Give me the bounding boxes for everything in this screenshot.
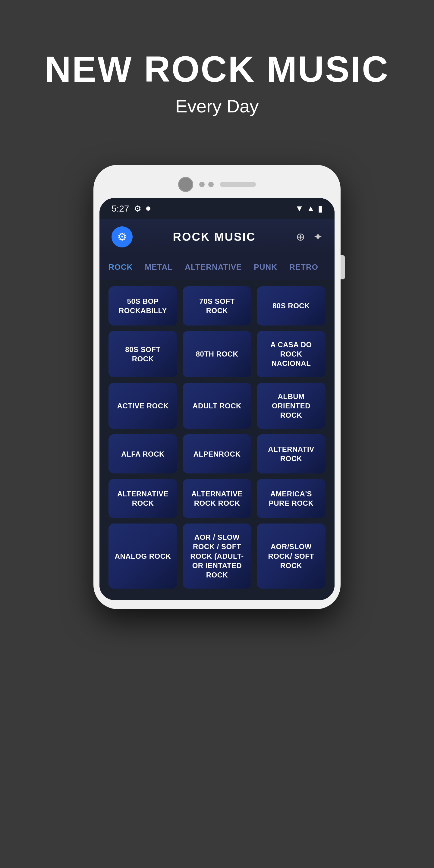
- add-icon[interactable]: ⊕: [296, 230, 305, 243]
- status-time: 5:27: [112, 204, 129, 214]
- tile-aor-slow-rock-soft[interactable]: AOR/SLOW ROCK/ SOFT ROCK: [257, 524, 326, 589]
- status-dot: [146, 207, 150, 211]
- genre-grid: 50S BOP ROCKABILLY 70S SOFT ROCK 80S ROC…: [99, 280, 335, 600]
- tab-metal[interactable]: METAL: [145, 260, 173, 274]
- status-left: 5:27 ⚙: [112, 204, 150, 214]
- wifi-icon: ▼: [296, 204, 304, 213]
- phone-side-button: [341, 255, 345, 279]
- gear-icon: ⚙: [134, 204, 141, 214]
- tile-adult-rock[interactable]: ADULT ROCK: [183, 383, 251, 429]
- tile-80s-soft-rock[interactable]: 80S SOFT ROCK: [108, 331, 177, 377]
- tab-alternative[interactable]: ALTERNATIVE: [185, 260, 242, 274]
- phone-dot-1: [199, 182, 205, 187]
- grid-row-5: ALTERNATIVE ROCK ALTERNATIVE ROCK ROCK A…: [108, 479, 326, 518]
- tile-alfa-rock[interactable]: ALFA ROCK: [108, 434, 177, 473]
- tile-80th-rock[interactable]: 80TH ROCK: [183, 331, 251, 377]
- grid-row-4: ALFA ROCK ALPENROCK ALTERNATIV ROCK: [108, 434, 326, 473]
- phone-dot-2: [208, 182, 214, 187]
- tile-50s-bop-rockabilly[interactable]: 50S BOP ROCKABILLY: [108, 286, 177, 326]
- tab-rock[interactable]: ROCK: [108, 260, 133, 274]
- phone-screen: 5:27 ⚙ ▼ ▲ ▮ ⚙ ROCK MUSIC ⊕ ✦: [99, 198, 335, 600]
- grid-row-2: 80S SOFT ROCK 80TH ROCK A CASA DO ROCK N…: [108, 331, 326, 377]
- phone-dots: [199, 182, 214, 187]
- tile-80s-rock[interactable]: 80S ROCK: [257, 286, 326, 326]
- signal-icon: ▲: [307, 204, 315, 213]
- tile-aor-slow-rock[interactable]: AOR / SLOW ROCK / SOFT ROCK (ADULT-OR IE…: [183, 524, 251, 589]
- tile-alternative-rock[interactable]: ALTERNATIVE ROCK: [108, 479, 177, 518]
- tab-retro[interactable]: RETRO: [289, 260, 318, 274]
- app-logo[interactable]: ⚙: [112, 226, 133, 247]
- hero-section: NEW ROCK MUSIC Every Day: [0, 0, 434, 147]
- category-tabs: ROCK METAL ALTERNATIVE PUNK RETRO: [99, 255, 335, 280]
- phone-speaker: [220, 182, 256, 187]
- phone-outer: 5:27 ⚙ ▼ ▲ ▮ ⚙ ROCK MUSIC ⊕ ✦: [93, 165, 341, 609]
- phone-device: 5:27 ⚙ ▼ ▲ ▮ ⚙ ROCK MUSIC ⊕ ✦: [93, 165, 341, 609]
- status-bar: 5:27 ⚙ ▼ ▲ ▮: [99, 198, 335, 219]
- phone-top-bar: [99, 174, 335, 198]
- tile-alternativ-rock[interactable]: ALTERNATIV ROCK: [257, 434, 326, 473]
- tile-70s-soft-rock[interactable]: 70S SOFT ROCK: [183, 286, 251, 326]
- tile-alpenrock[interactable]: ALPENROCK: [183, 434, 251, 473]
- phone-camera: [178, 177, 193, 192]
- tile-alternative-rock-rock[interactable]: ALTERNATIVE ROCK ROCK: [183, 479, 251, 518]
- battery-icon: ▮: [318, 204, 322, 214]
- hero-subtitle: Every Day: [176, 96, 259, 117]
- tile-active-rock[interactable]: ACTIVE ROCK: [108, 383, 177, 429]
- tab-punk[interactable]: PUNK: [254, 260, 277, 274]
- grid-row-3: ACTIVE ROCK ADULT ROCK ALBUM ORIENTED RO…: [108, 383, 326, 429]
- tile-americas-pure-rock[interactable]: AMERICA'S PURE ROCK: [257, 479, 326, 518]
- status-right: ▼ ▲ ▮: [296, 204, 322, 214]
- hero-title: NEW ROCK MUSIC: [45, 48, 390, 90]
- brightness-icon[interactable]: ✦: [313, 230, 322, 243]
- tile-a-casa-do-rock[interactable]: A CASA DO ROCK NACIONAL: [257, 331, 326, 377]
- tile-analog-rock[interactable]: ANALOG ROCK: [108, 524, 177, 589]
- app-title: ROCK MUSIC: [173, 230, 256, 244]
- header-actions: ⊕ ✦: [296, 230, 322, 243]
- grid-row-1: 50S BOP ROCKABILLY 70S SOFT ROCK 80S ROC…: [108, 286, 326, 326]
- tile-album-oriented-rock[interactable]: ALBUM ORIENTED ROCK: [257, 383, 326, 429]
- app-header: ⚙ ROCK MUSIC ⊕ ✦: [99, 219, 335, 255]
- grid-row-6: ANALOG ROCK AOR / SLOW ROCK / SOFT ROCK …: [108, 524, 326, 589]
- logo-icon: ⚙: [117, 230, 127, 243]
